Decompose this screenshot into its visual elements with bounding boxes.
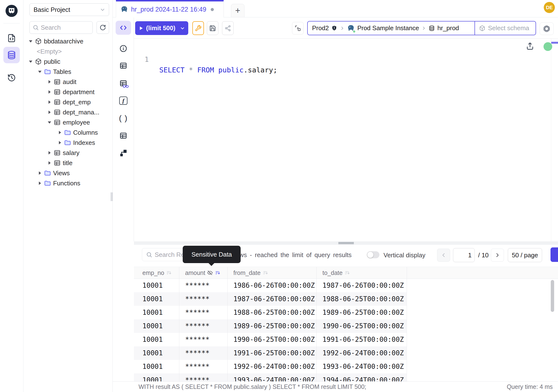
tree-item-tables[interactable]: Tables [23,67,113,77]
project-select[interactable]: Basic Project [29,3,109,16]
page-number-input[interactable] [453,248,475,262]
table-row[interactable]: 10001 ****** 1990-06-25T00:00:00Z 1991-0… [134,333,558,346]
masked-tables-panel-button[interactable] [116,76,131,91]
table-row[interactable]: 10001 ****** 1988-06-25T00:00:00Z 1989-0… [134,306,558,319]
tree-item-title[interactable]: title [23,158,113,168]
caret-right-icon[interactable] [38,181,42,185]
save-icon [209,25,216,32]
tree-item-bbdataarchive[interactable]: bbdataarchive [23,36,113,46]
tree-item-label: department [63,88,95,96]
history-nav-button[interactable] [3,70,20,86]
column-header-emp-no[interactable]: emp_no [134,267,179,279]
tree-item-functions[interactable]: Functions [23,178,113,188]
bytebase-logo[interactable] [5,4,18,17]
function-icon: f [119,96,127,105]
schema-diagram-button[interactable] [116,145,131,161]
caret-right-icon[interactable] [47,110,52,114]
external-tables-panel-button[interactable] [116,128,131,143]
tree-item-indexes[interactable]: Indexes [23,138,113,148]
tree-item-public[interactable]: public [23,56,113,67]
panel-resize-handle[interactable] [134,241,558,245]
tree-item-dept-manager[interactable]: dept_mana... [23,107,113,117]
database-nav-button[interactable] [3,47,20,63]
sidebar-resize-handle[interactable] [111,192,113,201]
tree-item-label: Columns [73,129,98,136]
results-more-button[interactable] [550,247,558,262]
table-row[interactable]: 10001 ****** 1992-06-24T00:00:00Z 1993-0… [134,360,558,374]
editor-scroll-indicator[interactable] [551,42,558,44]
tree-item-employee[interactable]: employee [23,117,113,127]
sql-editor[interactable]: 1 SELECT * FROM public.salary; [134,39,558,241]
run-query-button[interactable]: (limit 500) [135,21,188,35]
refresh-schema-button[interactable] [96,21,109,34]
caret-right-icon[interactable] [47,90,52,94]
chevron-left-icon [441,252,446,258]
table-row[interactable]: 10001 ****** 1987-06-26T00:00:00Z 1988-0… [134,292,558,306]
procedures-panel-button[interactable]: ( ) [116,110,131,126]
user-avatar[interactable]: DE [544,2,555,13]
table-row[interactable]: 10001 ****** 1989-06-25T00:00:00Z 1990-0… [134,319,558,333]
schema-tree: bbdataarchive <Empty> public Tables audi… [23,36,113,188]
batch-query-icon [295,25,301,32]
batch-mode-button[interactable] [292,22,304,35]
sidebar-search[interactable] [29,21,93,34]
tables-panel-button[interactable] [116,58,131,73]
tree-item-columns[interactable]: Columns [23,127,113,138]
results-scrollbar-thumb[interactable] [551,280,554,312]
tree-item-label: salary [63,149,79,157]
vertical-display-toggle[interactable] [367,251,379,258]
column-header-to-date[interactable]: to_date [317,267,407,279]
ai-assistant-button[interactable] [540,22,554,35]
share-sheet-button[interactable] [222,21,234,35]
format-sql-button[interactable] [192,21,204,35]
column-header-amount[interactable]: amount [179,267,227,279]
caret-right-icon[interactable] [47,100,52,104]
functions-panel-button[interactable]: f [116,93,131,108]
caret-down-icon[interactable] [28,39,33,44]
page-size-select[interactable]: 50 / page [508,248,542,262]
caret-right-icon[interactable] [58,140,62,145]
sidebar-search-input[interactable] [41,24,84,31]
caret-right-icon[interactable] [47,80,52,84]
tree-item-department[interactable]: department [23,87,113,97]
editor-toolbar: (limit 500) Prod2 Prod Sample Instance h… [134,17,558,39]
select-schema-button[interactable]: Select schema [474,21,536,35]
results-info-text: rows - reached the limit of query result… [234,251,352,259]
info-panel-button[interactable] [116,41,131,56]
caret-down-icon[interactable] [38,70,42,74]
next-page-button[interactable] [491,249,504,262]
table-icon [53,109,61,116]
caret-right-icon[interactable] [47,161,52,165]
column-header-from-date[interactable]: from_date [227,267,317,279]
caret-right-icon[interactable] [38,171,42,175]
upload-sql-button[interactable] [526,42,534,50]
table-row[interactable]: 10001 ****** 1986-06-26T00:00:00Z 1987-0… [134,279,558,292]
sort-icon [344,270,350,276]
prev-page-button[interactable] [437,249,450,262]
table-icon [53,78,61,86]
postgresql-icon [121,6,128,13]
connection-context-button[interactable]: Prod2 Prod Sample Instance hr_prod [307,21,475,35]
tree-item-audit[interactable]: audit [23,77,113,87]
sql-editor-mode-button[interactable] [116,21,131,35]
caret-right-icon[interactable] [47,151,52,155]
tree-item-label: Views [53,169,70,177]
tree-item-label: employee [63,119,90,126]
results-table-header: emp_no amount from_date to_date [134,267,558,279]
table-row[interactable]: 10001 ****** 1993-06-24T00:00:00Z 1994-0… [134,374,558,381]
table-row[interactable]: 10001 ****** 1991-06-25T00:00:00Z 1992-0… [134,346,558,360]
tree-item-dept-emp[interactable]: dept_emp [23,97,113,107]
caret-down-icon[interactable] [28,59,33,64]
caret-right-icon[interactable] [58,130,62,135]
add-tab-button[interactable]: + [231,4,244,17]
sql-code-line[interactable]: SELECT * FROM public.salary; [159,65,277,75]
caret-down-icon[interactable] [47,120,52,125]
worksheet-nav-button[interactable] [3,30,20,46]
tab-hr-prod[interactable]: hr_prod 2024-11-22 16:49 [116,0,224,17]
file-code-icon [7,34,16,43]
table-icon [53,159,61,166]
table-icon [119,61,127,70]
save-sheet-button[interactable] [207,21,218,35]
tree-item-salary[interactable]: salary [23,148,113,158]
tree-item-views[interactable]: Views [23,168,113,178]
